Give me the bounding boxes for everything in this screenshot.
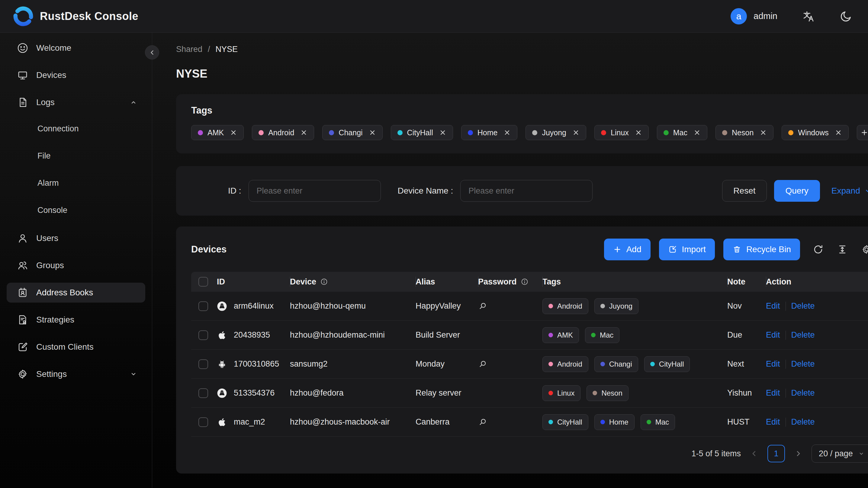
remove-tag-icon[interactable] xyxy=(230,129,237,136)
plus-icon xyxy=(861,129,868,136)
column-header-action: Action xyxy=(766,272,841,292)
avatar[interactable]: a xyxy=(731,8,747,25)
tag-color-dot xyxy=(663,130,669,135)
sidebar-item-console[interactable]: Console xyxy=(7,201,145,219)
delete-link[interactable]: Delete xyxy=(791,359,815,369)
users-group-icon xyxy=(17,260,28,271)
devices-card-title: Devices xyxy=(191,244,226,255)
sidebar: Welcome Devices Logs Connection File Ala… xyxy=(0,33,152,488)
remove-tag-icon[interactable] xyxy=(693,129,701,136)
column-header-note: Note xyxy=(727,272,766,292)
column-label: Device xyxy=(290,277,316,286)
sidebar-item-connection[interactable]: Connection xyxy=(7,120,145,138)
next-page-icon[interactable] xyxy=(794,449,803,458)
chevron-down-icon xyxy=(129,370,138,379)
password-view-icon[interactable] xyxy=(478,360,487,369)
sidebar-item-strategies[interactable]: Strategies xyxy=(7,310,145,330)
devices-card: Devices Add Import xyxy=(176,226,868,474)
reset-button[interactable]: Reset xyxy=(722,180,767,202)
table-header: ID Device Alias Password Tags xyxy=(191,272,868,292)
device-tags: CityHallHomeMac xyxy=(542,414,727,430)
device-name: hzhou@zhous-macbook-air xyxy=(290,417,415,427)
recycle-bin-button[interactable]: Recycle Bin xyxy=(723,239,800,260)
id-filter-input[interactable] xyxy=(249,180,381,202)
tag-color-dot xyxy=(601,130,606,135)
current-page-button[interactable]: 1 xyxy=(768,445,785,462)
import-button[interactable]: Import xyxy=(659,239,715,260)
row-height-icon[interactable] xyxy=(837,244,848,255)
row-checkbox[interactable] xyxy=(198,359,208,369)
remove-tag-icon[interactable] xyxy=(439,129,446,136)
password-view-icon[interactable] xyxy=(478,418,487,427)
language-icon[interactable] xyxy=(802,10,815,23)
device-id: 20438935 xyxy=(234,330,270,340)
chevron-left-icon xyxy=(149,49,156,56)
sidebar-item-devices[interactable]: Devices xyxy=(7,65,145,85)
password-view-icon[interactable] xyxy=(478,302,487,311)
tag-color-dot xyxy=(722,130,727,135)
page-size-value: 20 / page xyxy=(819,449,853,458)
delete-link[interactable]: Delete xyxy=(791,330,815,340)
edit-link[interactable]: Edit xyxy=(766,301,780,311)
edit-link[interactable]: Edit xyxy=(766,359,780,369)
remove-tag-icon[interactable] xyxy=(300,129,307,136)
tag-color-dot xyxy=(549,304,553,308)
row-checkbox[interactable] xyxy=(198,301,208,311)
refresh-icon[interactable] xyxy=(813,244,824,255)
device-note: Nov xyxy=(727,301,766,311)
table-settings-gear-icon[interactable] xyxy=(861,244,868,255)
remove-tag-icon[interactable] xyxy=(503,129,511,136)
remove-tag-icon[interactable] xyxy=(835,129,842,136)
sidebar-item-custom-clients[interactable]: Custom Clients xyxy=(7,337,145,357)
select-all-checkbox[interactable] xyxy=(198,277,208,286)
sidebar-item-logs[interactable]: Logs xyxy=(7,92,145,112)
tag-color-dot xyxy=(600,362,605,366)
device-name-filter-input[interactable] xyxy=(460,180,593,202)
sidebar-item-groups[interactable]: Groups xyxy=(7,255,145,275)
add-device-button[interactable]: Add xyxy=(604,239,651,260)
prev-page-icon[interactable] xyxy=(750,449,758,458)
tag-color-dot xyxy=(600,304,605,308)
apple-icon xyxy=(217,417,227,427)
sidebar-item-users[interactable]: Users xyxy=(7,228,145,248)
breadcrumb-separator: / xyxy=(208,45,210,54)
delete-link[interactable]: Delete xyxy=(791,417,815,427)
tag-chip: Changi xyxy=(322,125,382,140)
remove-tag-icon[interactable] xyxy=(572,129,580,136)
tag-chip: Juyong xyxy=(526,125,586,140)
sidebar-item-alarm[interactable]: Alarm xyxy=(7,174,145,192)
tag-chip: Home xyxy=(461,125,518,140)
query-button[interactable]: Query xyxy=(774,180,820,202)
page-size-select[interactable]: 20 / page xyxy=(811,445,868,463)
edit-link[interactable]: Edit xyxy=(766,417,780,427)
row-checkbox[interactable] xyxy=(198,388,208,398)
edit-link[interactable]: Edit xyxy=(766,388,780,398)
sidebar-item-file[interactable]: File xyxy=(7,147,145,165)
sidebar-item-label: Alarm xyxy=(37,179,59,188)
delete-link[interactable]: Delete xyxy=(791,301,815,311)
sidebar-item-welcome[interactable]: Welcome xyxy=(7,38,145,58)
info-icon[interactable] xyxy=(521,278,529,286)
add-tag-button[interactable] xyxy=(857,125,868,140)
tag-chip-label: Android xyxy=(268,128,294,137)
row-checkbox[interactable] xyxy=(198,330,208,340)
edit-link[interactable]: Edit xyxy=(766,330,780,340)
sidebar-collapse-button[interactable] xyxy=(145,45,159,60)
sidebar-item-settings[interactable]: Settings xyxy=(7,364,145,384)
sidebar-item-label: Address Books xyxy=(36,288,93,298)
device-id: 1700310865 xyxy=(234,359,279,369)
remove-tag-icon[interactable] xyxy=(635,129,642,136)
dark-mode-moon-icon[interactable] xyxy=(840,10,852,23)
user-name[interactable]: admin xyxy=(753,11,777,21)
remove-tag-icon[interactable] xyxy=(760,129,767,136)
device-tag: Mac xyxy=(585,327,619,343)
remove-tag-icon[interactable] xyxy=(369,129,376,136)
column-header-password: Password xyxy=(478,272,542,292)
sidebar-item-address-books[interactable]: Address Books xyxy=(7,283,145,303)
column-label: ID xyxy=(217,277,225,286)
expand-toggle[interactable]: Expand xyxy=(832,186,868,196)
row-checkbox[interactable] xyxy=(198,417,208,427)
breadcrumb-parent[interactable]: Shared xyxy=(176,45,203,54)
info-icon[interactable] xyxy=(320,278,328,286)
delete-link[interactable]: Delete xyxy=(791,388,815,398)
